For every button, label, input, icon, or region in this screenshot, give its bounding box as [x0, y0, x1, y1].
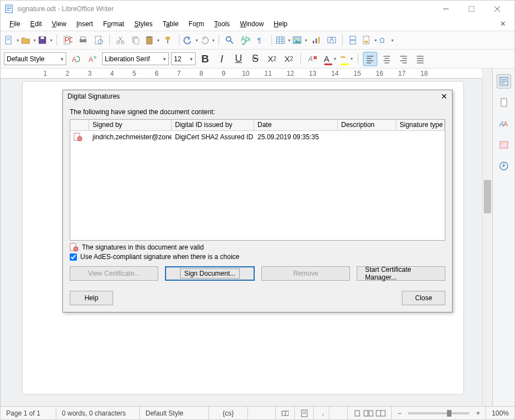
paste-button[interactable] [144, 33, 160, 47]
cut-button[interactable] [113, 33, 128, 47]
font-size-combo[interactable]: 12▾ [171, 52, 196, 65]
signatures-table[interactable]: Signed by Digital ID issued by Date Desc… [70, 119, 445, 241]
remove-button[interactable]: Remove [261, 266, 350, 281]
status-zoom[interactable]: 100% [486, 407, 514, 419]
menu-edit[interactable]: Edit [26, 19, 46, 29]
sidebar-properties-button[interactable] [497, 74, 511, 89]
sidebar-page-button[interactable] [497, 95, 511, 110]
menu-window[interactable]: Window [235, 19, 268, 29]
undo-button[interactable] [183, 33, 198, 47]
svg-point-29 [226, 37, 231, 41]
insert-pagebreak-button[interactable] [346, 33, 361, 47]
status-wordcount[interactable]: 0 words, 0 characters [56, 407, 140, 419]
view-certificate-button[interactable]: View Certificate... [70, 266, 158, 281]
col-signature-type[interactable]: Signature type [396, 120, 445, 130]
status-view-buttons[interactable] [347, 407, 392, 419]
window-titlebar: signature.odt - LibreOffice Writer [1, 1, 514, 17]
view-multi-icon[interactable] [363, 409, 373, 417]
start-cert-manager-button[interactable]: Start Certificate Manager... [357, 266, 445, 281]
export-pdf-button[interactable]: PDF [60, 33, 75, 47]
find-replace-button[interactable] [222, 33, 237, 47]
view-single-icon[interactable] [353, 409, 361, 417]
update-style-button[interactable]: A [69, 52, 83, 66]
col-signed-by[interactable]: Signed by [89, 120, 172, 130]
col-description[interactable]: Description [338, 120, 396, 130]
menu-form[interactable]: Form [184, 19, 208, 29]
save-button[interactable] [37, 33, 53, 47]
valid-icon [70, 243, 79, 252]
paragraph-style-value: Default Style [7, 55, 45, 63]
cell-date: 25.09.2019 09:35:35 [254, 132, 338, 142]
view-book-icon[interactable] [376, 409, 386, 417]
insert-chart-button[interactable] [309, 33, 323, 47]
sign-document-button[interactable]: Sign Document... [165, 266, 255, 281]
underline-button[interactable]: U [231, 52, 246, 66]
status-page[interactable]: Page 1 of 1 [1, 407, 56, 419]
align-right-button[interactable] [396, 52, 411, 66]
align-justify-button[interactable] [413, 52, 427, 66]
ades-checkbox[interactable] [70, 253, 77, 261]
status-style[interactable]: Default Style [140, 407, 209, 419]
zoom-in-button[interactable]: + [476, 409, 480, 417]
subscript-button[interactable]: X2 [281, 52, 296, 66]
insert-table-button[interactable] [275, 33, 291, 47]
col-date[interactable]: Date [254, 120, 338, 130]
sidebar-gallery-button[interactable] [497, 138, 511, 152]
new-button[interactable] [4, 33, 20, 47]
svg-rect-42 [318, 37, 320, 43]
menu-view[interactable]: View [47, 19, 71, 29]
print-preview-button[interactable] [91, 33, 106, 47]
italic-button[interactable]: I [215, 52, 229, 66]
dialog-close-button[interactable]: ✕ [441, 92, 448, 101]
col-issued-by[interactable]: Digital ID issued by [172, 120, 254, 130]
open-button[interactable] [21, 33, 36, 47]
close-document-button[interactable]: × [496, 19, 510, 29]
close-window-button[interactable] [484, 1, 510, 17]
clear-formatting-button[interactable]: A [305, 52, 320, 66]
svg-rect-48 [365, 41, 368, 43]
table-row[interactable]: jindrich.zechmeister@zone DigiCert SHA2 … [70, 131, 445, 143]
insert-field-button[interactable] [362, 33, 377, 47]
insert-textbox-button[interactable]: A [324, 33, 339, 47]
highlight-color-button[interactable]: ▾ [339, 52, 353, 66]
align-left-button[interactable] [363, 52, 377, 66]
sidebar-styles-button[interactable]: AA [497, 116, 511, 131]
scrollbar-thumb[interactable] [484, 180, 491, 213]
align-center-button[interactable] [380, 52, 394, 66]
close-button[interactable]: Close [402, 291, 445, 305]
zoom-slider[interactable] [408, 412, 469, 414]
insert-special-char-button[interactable]: Ω [378, 33, 394, 47]
copy-button[interactable] [129, 33, 143, 47]
font-name-combo[interactable]: Liberation Serif▾ [102, 52, 169, 65]
menu-format[interactable]: Format [99, 19, 129, 29]
redo-button[interactable] [200, 33, 215, 47]
vertical-scrollbar[interactable] [482, 69, 492, 406]
menu-tools[interactable]: Tools [210, 19, 234, 29]
insert-image-button[interactable] [292, 33, 308, 47]
menu-file[interactable]: File [5, 19, 25, 29]
maximize-button[interactable] [459, 1, 484, 17]
menu-styles[interactable]: Styles [130, 19, 157, 29]
menu-help[interactable]: Help [269, 19, 292, 29]
horizontal-ruler[interactable]: 123456789101112131415161718 [1, 69, 482, 79]
formatting-marks-button[interactable]: ¶ [254, 33, 268, 47]
sidebar-navigator-button[interactable] [497, 159, 511, 173]
font-color-button[interactable]: A▾ [322, 52, 337, 66]
minimize-button[interactable] [433, 1, 459, 17]
strikethrough-button[interactable]: S [248, 52, 263, 66]
superscript-button[interactable]: X2 [265, 52, 279, 66]
status-signature-icon[interactable] [314, 407, 329, 419]
status-selection-mode-icon[interactable] [295, 407, 314, 419]
spellcheck-button[interactable]: Abc [238, 33, 252, 47]
paragraph-style-combo[interactable]: Default Style▾ [4, 52, 66, 65]
clone-formatting-button[interactable] [161, 33, 176, 47]
zoom-out-button[interactable]: − [397, 409, 401, 417]
new-style-button[interactable]: A+ [85, 52, 100, 66]
menu-table[interactable]: Table [158, 19, 183, 29]
bold-button[interactable]: B [198, 52, 212, 66]
menu-insert[interactable]: Insert [72, 19, 98, 29]
help-button[interactable]: Help [70, 291, 113, 305]
status-insert-mode-icon[interactable] [276, 407, 295, 419]
status-language[interactable]: {cs} [209, 407, 248, 419]
print-button[interactable] [76, 33, 90, 47]
